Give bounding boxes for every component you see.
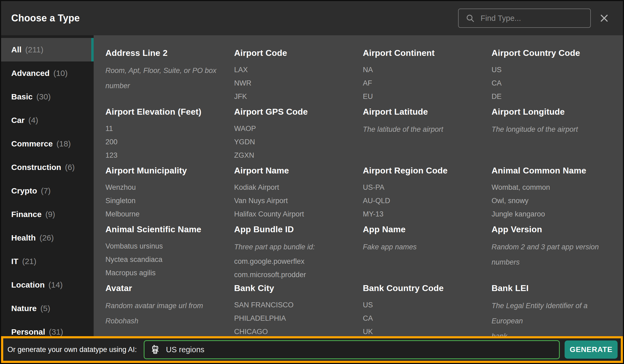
type-title: Address Line 2: [105, 48, 223, 58]
sidebar-item-commerce[interactable]: Commerce(18): [1, 132, 94, 156]
category-label: IT: [11, 257, 18, 266]
type-example: 200: [105, 135, 223, 149]
type-card-airport-continent[interactable]: Airport ContinentNAAFEU: [363, 48, 492, 106]
type-title: App Name: [363, 224, 481, 235]
type-card-bank-city[interactable]: Bank CitySAN FRANCISCOPHILADELPHIACHICAG…: [234, 283, 363, 336]
type-title: Airport Region Code: [363, 165, 481, 176]
sidebar-item-advanced[interactable]: Advanced(10): [1, 61, 94, 85]
sidebar-item-it[interactable]: IT(21): [1, 250, 94, 273]
close-button[interactable]: [598, 12, 610, 24]
type-card-airport-code[interactable]: Airport CodeLAXNWRJFK: [234, 48, 363, 106]
ai-prompt-input-box[interactable]: [144, 340, 560, 359]
type-title: Airport Latitude: [363, 106, 481, 117]
type-description: The latitude of the airport: [363, 122, 481, 137]
type-title: Avatar: [105, 283, 223, 293]
type-example: CA: [363, 312, 481, 325]
type-list-panel: Address Line 2Room, Apt, Floor, Suite, o…: [94, 35, 623, 336]
type-example: US: [363, 298, 481, 312]
type-card-airport-latitude[interactable]: Airport LatitudeThe latitude of the airp…: [363, 106, 492, 165]
type-example: YGDN: [234, 135, 352, 149]
category-label: Personal: [11, 327, 45, 336]
type-title: Airport Name: [234, 165, 352, 176]
type-example: Jungle kangaroo: [492, 207, 610, 221]
type-example: EU: [363, 90, 481, 103]
sidebar-item-crypto[interactable]: Crypto(7): [1, 179, 94, 203]
category-label: Basic: [11, 92, 33, 101]
category-label: All: [11, 45, 21, 54]
sidebar-item-health[interactable]: Health(26): [1, 226, 94, 250]
category-label: Health: [11, 233, 36, 242]
type-description: number: [105, 78, 223, 94]
category-count: (30): [36, 92, 51, 101]
type-description: Random avatar image url from: [105, 298, 223, 313]
category-count: (5): [40, 304, 50, 313]
type-card-app-name[interactable]: App NameFake app names: [363, 224, 492, 283]
category-label: Finance: [11, 210, 41, 219]
type-example: Owl, snowy: [492, 194, 610, 207]
type-description: Fake app names: [363, 239, 481, 255]
type-title: Animal Common Name: [492, 165, 610, 176]
robot-icon: [150, 344, 161, 355]
ai-prompt-input[interactable]: [166, 345, 554, 354]
sidebar-item-nature[interactable]: Nature(5): [1, 297, 94, 320]
type-card-avatar[interactable]: AvatarRandom avatar image url fromRoboha…: [105, 283, 234, 336]
type-example: US-PA: [363, 181, 481, 194]
type-description: Room, Apt, Floor, Suite, or PO box: [105, 63, 223, 78]
type-example: AF: [363, 76, 481, 90]
type-card-bank-lei[interactable]: Bank LEIThe Legal Entity Identifier of a…: [492, 283, 620, 336]
category-count: (18): [56, 139, 71, 148]
type-example: JFK: [234, 90, 352, 103]
sidebar-item-car[interactable]: Car(4): [1, 109, 94, 132]
sidebar-item-finance[interactable]: Finance(9): [1, 203, 94, 226]
type-title: Airport GPS Code: [234, 106, 352, 117]
type-title: Airport Longitude: [492, 106, 610, 117]
type-card-app-version[interactable]: App VersionRandom 2 and 3 part app versi…: [492, 224, 620, 283]
type-title: Bank City: [234, 283, 352, 293]
type-title: Bank LEI: [492, 283, 610, 293]
type-example: com.microsoft.prodder: [234, 268, 352, 281]
type-description: The Legal Entity Identifier of a Europea…: [492, 298, 610, 329]
type-card-app-bundle-id[interactable]: App Bundle IDThree part app bundle id:co…: [234, 224, 363, 283]
type-example: NWR: [234, 76, 352, 90]
type-description: The longitude of the airport: [492, 122, 610, 137]
search-input[interactable]: [481, 14, 585, 23]
type-card-airport-municipality[interactable]: Airport MunicipalityWenzhouSingletonMelb…: [105, 165, 234, 224]
type-card-airport-region-code[interactable]: Airport Region CodeUS-PAAU-QLDMY-13: [363, 165, 492, 224]
type-title: Animal Scientific Name: [105, 224, 223, 235]
category-count: (10): [53, 69, 67, 78]
category-count: (31): [49, 327, 63, 336]
type-title: Airport Country Code: [492, 48, 610, 58]
ai-prompt-label: Or generate your own datatype using AI:: [7, 346, 137, 354]
sidebar-item-all[interactable]: All(211): [1, 38, 94, 61]
type-example: NA: [363, 63, 481, 76]
type-description: bank: [492, 329, 610, 336]
type-card-airport-gps-code[interactable]: Airport GPS CodeWAOPYGDNZGXN: [234, 106, 363, 165]
type-card-airport-country-code[interactable]: Airport Country CodeUSCADE: [492, 48, 620, 106]
ai-generate-bar-inner: Or generate your own datatype using AI: …: [3, 338, 621, 361]
sidebar-item-personal[interactable]: Personal(31): [1, 320, 94, 336]
type-card-airport-name[interactable]: Airport NameKodiak AirportVan Nuys Airpo…: [234, 165, 363, 224]
type-example: ZGXN: [234, 149, 352, 162]
type-example: 11: [105, 122, 223, 135]
generate-button[interactable]: GENERATE: [565, 340, 618, 359]
type-card-animal-common-name[interactable]: Animal Common NameWombat, commonOwl, sno…: [492, 165, 620, 224]
sidebar-item-construction[interactable]: Construction(6): [1, 156, 94, 179]
type-card-bank-country-code[interactable]: Bank Country CodeUSCAUK: [363, 283, 492, 336]
type-title: Bank Country Code: [363, 283, 481, 293]
type-card-address-line-2[interactable]: Address Line 2Room, Apt, Floor, Suite, o…: [105, 48, 234, 106]
type-description: Robohash: [105, 313, 223, 329]
category-label: Location: [11, 280, 45, 289]
search-box[interactable]: [458, 9, 591, 28]
category-count: (4): [28, 116, 38, 125]
sidebar-item-basic[interactable]: Basic(30): [1, 85, 94, 109]
type-card-airport-longitude[interactable]: Airport LongitudeThe longitude of the ai…: [492, 106, 620, 165]
type-grid: Address Line 2Room, Apt, Floor, Suite, o…: [94, 35, 623, 336]
type-card-animal-scientific-name[interactable]: Animal Scientific NameVombatus ursinusNy…: [105, 224, 234, 283]
type-example: Vombatus ursinus: [105, 239, 223, 253]
type-example: US: [492, 63, 610, 76]
type-card-airport-elevation-feet[interactable]: Airport Elevation (Feet)11200123: [105, 106, 234, 165]
type-example: Van Nuys Airport: [234, 194, 352, 207]
category-label: Advanced: [11, 69, 50, 78]
sidebar-item-location[interactable]: Location(14): [1, 273, 94, 297]
dialog-header: Choose a Type: [1, 1, 623, 35]
